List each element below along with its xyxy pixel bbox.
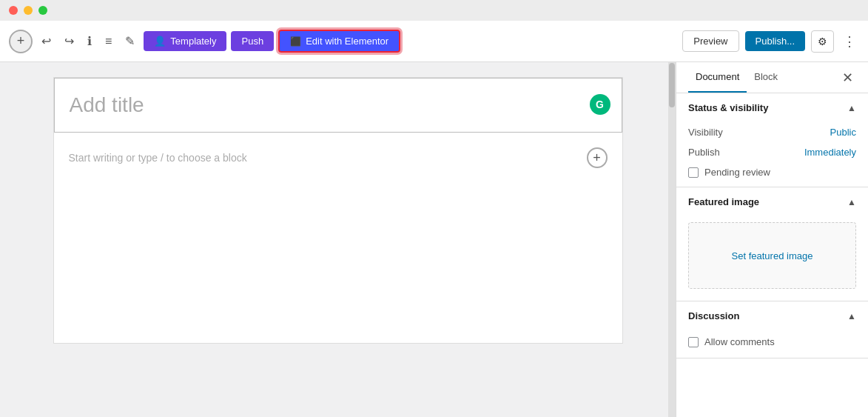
list-view-button[interactable]: ≡ <box>101 30 116 53</box>
editor-canvas: G Start writing or type / to choose a bl… <box>53 77 623 344</box>
settings-button[interactable]: ⚙ <box>811 30 834 53</box>
edit-with-elementor-button[interactable]: ⬛ Edit with Elementor <box>278 30 400 53</box>
preview-button[interactable]: Preview <box>682 30 739 52</box>
pending-review-label: Pending review <box>704 167 770 178</box>
publish-button[interactable]: Publish... <box>745 31 805 51</box>
status-visibility-section: Status & visibility ▲ Visibility Public … <box>676 93 868 187</box>
visibility-label: Visibility <box>688 127 723 138</box>
templately-label: Templately <box>170 36 216 47</box>
sidebar: Document Block ✕ Status & visibility ▲ V… <box>676 62 868 417</box>
toolbar: + ↩ ↪ ℹ ≡ ✎ 👤 Templately Push ⬛ Edit wit… <box>0 21 868 62</box>
discussion-title: Discussion <box>688 310 739 321</box>
body-placeholder: Start writing or type / to choose a bloc… <box>69 152 247 164</box>
visibility-row: Visibility Public <box>676 122 868 142</box>
templately-icon: 👤 <box>154 36 166 47</box>
tab-block[interactable]: Block <box>747 62 785 93</box>
sidebar-close-button[interactable]: ✕ <box>839 67 856 89</box>
elementor-label: Edit with Elementor <box>306 36 388 47</box>
redo-button[interactable]: ↪ <box>60 30 78 53</box>
tab-document[interactable]: Document <box>688 62 747 93</box>
title-input[interactable] <box>54 78 622 133</box>
push-button[interactable]: Push <box>231 31 274 51</box>
visibility-value[interactable]: Public <box>830 127 856 138</box>
featured-image-box[interactable]: Set featured image <box>688 222 856 289</box>
close-button[interactable] <box>9 6 18 15</box>
chevron-up-icon: ▲ <box>847 103 856 113</box>
scroll-track[interactable] <box>668 62 676 417</box>
publish-label: Publish <box>688 147 720 158</box>
titlebar <box>0 0 868 21</box>
featured-image-header[interactable]: Featured image ▲ <box>676 187 868 216</box>
featured-image-chevron-icon: ▲ <box>847 197 856 207</box>
editor-body: Start writing or type / to choose a bloc… <box>54 133 622 183</box>
more-options-button[interactable]: ⋮ <box>840 30 859 53</box>
featured-image-section: Featured image ▲ Set featured image <box>676 187 868 301</box>
allow-comments-row: Allow comments <box>676 330 868 358</box>
main-layout: G Start writing or type / to choose a bl… <box>0 62 868 417</box>
title-wrapper: G <box>54 78 622 133</box>
grammarly-icon: G <box>590 94 610 115</box>
scroll-thumb <box>669 63 675 107</box>
pending-review-checkbox[interactable] <box>688 167 699 178</box>
templately-button[interactable]: 👤 Templately <box>144 31 226 51</box>
publish-row: Publish Immediately <box>676 142 868 162</box>
maximize-button[interactable] <box>38 6 47 15</box>
sidebar-tabs: Document Block ✕ <box>676 62 868 93</box>
toolbar-left: + ↩ ↪ ℹ ≡ ✎ 👤 Templately Push ⬛ Edit wit… <box>9 30 676 53</box>
add-block-toolbar-button[interactable]: + <box>9 30 33 53</box>
code-editor-button[interactable]: ✎ <box>121 30 139 53</box>
publish-value[interactable]: Immediately <box>804 147 856 158</box>
discussion-chevron-icon: ▲ <box>847 311 856 321</box>
discussion-header[interactable]: Discussion ▲ <box>676 301 868 330</box>
discussion-section: Discussion ▲ Allow comments <box>676 301 868 358</box>
set-featured-image-label[interactable]: Set featured image <box>732 250 813 261</box>
featured-image-title: Featured image <box>688 196 759 207</box>
allow-comments-checkbox[interactable] <box>688 337 699 347</box>
info-button[interactable]: ℹ <box>83 30 96 53</box>
status-visibility-title: Status & visibility <box>688 102 768 113</box>
status-visibility-header[interactable]: Status & visibility ▲ <box>676 93 868 122</box>
pending-row: Pending review <box>676 162 868 187</box>
elementor-icon: ⬛ <box>290 36 301 47</box>
minimize-button[interactable] <box>24 6 33 15</box>
add-block-button[interactable]: + <box>587 147 608 168</box>
toolbar-right: Preview Publish... ⚙ ⋮ <box>682 30 859 53</box>
editor-area: G Start writing or type / to choose a bl… <box>0 62 676 417</box>
undo-button[interactable]: ↩ <box>37 30 55 53</box>
allow-comments-label: Allow comments <box>704 336 775 347</box>
